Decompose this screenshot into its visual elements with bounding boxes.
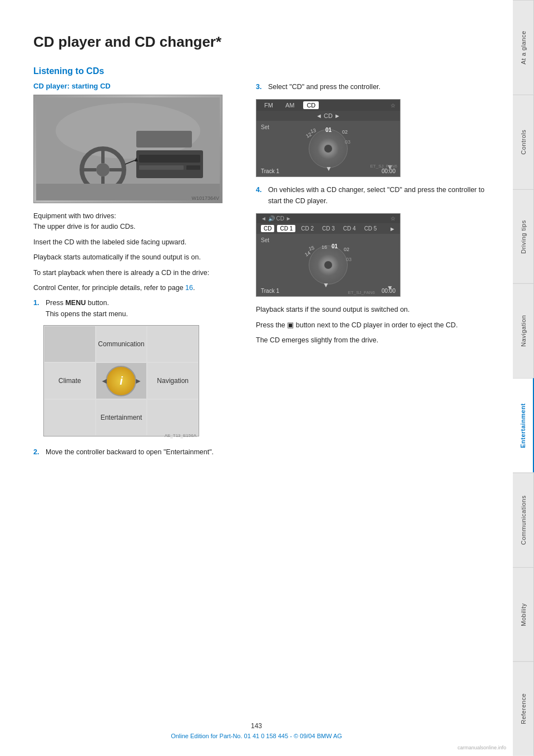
screen2-top-left: ◄ 🔊 CD ► bbox=[261, 215, 291, 222]
screen1-tab-cd: CD bbox=[303, 101, 319, 109]
screen1-track-info: Track 1 bbox=[261, 168, 279, 174]
sidebar-tab-controls[interactable]: Controls bbox=[513, 95, 534, 189]
screen2-container: ◄ 🔊 CD ► ☆ CD CD 1 CD 2 CD 3 CD 4 CD 5 ► bbox=[256, 213, 485, 297]
screen1-disc-area: 12 13 01 02 03 ▼ bbox=[306, 128, 350, 170]
svg-rect-15 bbox=[136, 131, 192, 148]
screen1-set-label: Set bbox=[261, 124, 269, 130]
screen1-top-bar: FM AM CD ☆ bbox=[256, 100, 400, 111]
screen1-disc bbox=[309, 129, 348, 168]
screen2-next-arrow: ► bbox=[389, 225, 395, 232]
step-1-sub: This opens the start menu. bbox=[46, 309, 239, 320]
menu-cell-empty-bl bbox=[44, 399, 96, 436]
menu-cell-empty-tl bbox=[44, 326, 96, 362]
main-content: CD player and CD changer* Listening to C… bbox=[0, 0, 513, 495]
body-para-emerge: The CD emerges slightly from the drive. bbox=[256, 335, 485, 346]
section-heading: Listening to CDs bbox=[33, 66, 485, 76]
menu-cell-empty-br bbox=[147, 399, 199, 436]
svg-rect-8 bbox=[136, 150, 203, 178]
screen2-track-02: 02 bbox=[344, 247, 349, 252]
menu-cell-entertainment: Entertainment bbox=[96, 399, 147, 436]
step-4-content: On vehicles with a CD changer, select "C… bbox=[268, 185, 485, 207]
screen2-image: ◄ 🔊 CD ► ☆ CD CD 1 CD 2 CD 3 CD 4 CD 5 ► bbox=[256, 213, 400, 297]
screen2-disc-center bbox=[324, 261, 332, 269]
step-1-content: Press MENU button. This opens the start … bbox=[46, 298, 239, 320]
screen1-image: FM AM CD ☆ ◄ CD ► Set bbox=[256, 99, 400, 177]
step-3-text: Select "CD" and press the controller. bbox=[268, 82, 485, 92]
screen1-container: FM AM CD ☆ ◄ CD ► Set bbox=[256, 99, 485, 177]
menu-cell-center: ◄ i ► bbox=[96, 362, 147, 399]
screen2-tab-cd1: CD 1 bbox=[277, 225, 295, 232]
sidebar-tab-at-a-glance[interactable]: At a glance bbox=[513, 0, 534, 95]
svg-point-3 bbox=[96, 163, 110, 176]
screen1-tab-fm: FM bbox=[261, 101, 276, 109]
right-column: 3. Select "CD" and press the controller.… bbox=[256, 82, 485, 462]
screen2-down-arrow: ▼ bbox=[323, 281, 329, 289]
screen2-top-right: ☆ bbox=[390, 215, 395, 222]
screen2-cd-tabs: CD CD 1 CD 2 CD 3 CD 4 CD 5 ► bbox=[256, 223, 400, 234]
screen1-cd-nav: ◄ CD ► bbox=[256, 111, 400, 121]
menu-arrow-right-icon: ► bbox=[134, 376, 142, 385]
step-1-number: 1. bbox=[33, 298, 42, 320]
screen1-down-arrow: ▼ bbox=[325, 165, 332, 173]
car-dashboard-image: W1017364V bbox=[33, 95, 222, 203]
body-para-start: To start playback when there is already … bbox=[33, 268, 239, 278]
svg-rect-10 bbox=[139, 165, 184, 170]
menu-screenshot: Communication Climate ◄ i bbox=[43, 325, 199, 436]
screen1-track-time: 00:00 bbox=[382, 168, 395, 174]
sub-heading: CD player: starting CD bbox=[33, 82, 239, 90]
sidebar-tab-mobility[interactable]: Mobility bbox=[513, 567, 534, 662]
menu-cell-empty-tr bbox=[147, 326, 199, 362]
screen2-tab-cd: CD bbox=[261, 225, 274, 232]
sidebar: At a glance Controls Driving tips Naviga… bbox=[513, 0, 534, 756]
menu-screenshot-container: Communication Climate ◄ i bbox=[43, 325, 199, 439]
screen2-img-code: ET_SJ_FAN6 bbox=[348, 290, 375, 295]
screen1-top-right: ☆ bbox=[390, 102, 395, 109]
screen2-set-label: Set bbox=[261, 237, 269, 243]
screen2-tab-cd4: CD 4 bbox=[340, 225, 359, 232]
screen2-track-16: 16 bbox=[322, 244, 327, 250]
body-para-control: Control Center, for principle details, r… bbox=[33, 283, 239, 293]
screen2-tab-cd3: CD 3 bbox=[319, 225, 338, 232]
menu-center-icon: i bbox=[120, 375, 123, 387]
menu-cell-climate: Climate bbox=[44, 362, 96, 399]
sidebar-tab-communications[interactable]: Communications bbox=[513, 473, 534, 567]
sidebar-tab-driving-tips[interactable]: Driving tips bbox=[513, 189, 534, 284]
body-para-equipment: Equipment with two drives: The upper dri… bbox=[33, 211, 239, 233]
step-4: 4. On vehicles with a CD changer, select… bbox=[256, 185, 485, 207]
step-1: 1. Press MENU button. This opens the sta… bbox=[33, 298, 239, 320]
step-2: 2. Move the controller backward to open … bbox=[33, 447, 239, 458]
disc-center-hole bbox=[324, 145, 332, 153]
menu-arrow-left-icon: ◄ bbox=[101, 376, 108, 385]
menu-cell-navigation: Navigation bbox=[147, 362, 199, 399]
step-2-content: Move the controller backward to open "En… bbox=[46, 447, 239, 458]
left-column: CD player: starting CD bbox=[33, 82, 239, 462]
svg-rect-11 bbox=[186, 165, 200, 170]
svg-rect-9 bbox=[139, 155, 200, 163]
step-3-content: Select "CD" and press the controller. bbox=[268, 82, 485, 92]
page-16-link[interactable]: 16 bbox=[185, 284, 193, 292]
sidebar-tab-entertainment[interactable]: Entertainment bbox=[513, 378, 534, 473]
screen2-tab-cd5: CD 5 bbox=[362, 225, 380, 232]
screen2-tab-cd2: CD 2 bbox=[298, 225, 317, 232]
step-4-number: 4. bbox=[256, 185, 265, 207]
footer-text: Online Edition for Part-No. 01 41 0 158 … bbox=[171, 733, 342, 739]
step-2-number: 2. bbox=[33, 447, 42, 458]
menu-img-code: AE_T13_E156A bbox=[165, 433, 196, 438]
menu-center-button: i bbox=[106, 366, 136, 396]
step-4-text: On vehicles with a CD changer, select "C… bbox=[268, 185, 485, 207]
car-dash-img-label: W1017364V bbox=[191, 195, 219, 201]
page-number: 143 bbox=[251, 722, 262, 730]
page-footer: 143 Online Edition for Part-No. 01 41 0 … bbox=[0, 722, 513, 739]
body-para-playback: Playback starts automatically if the sou… bbox=[33, 252, 239, 263]
screen1-tab-am: AM bbox=[282, 101, 298, 109]
track-num-03: 03 bbox=[345, 139, 350, 145]
screen2-track-info: Track 1 bbox=[261, 288, 279, 294]
sidebar-tab-navigation[interactable]: Navigation bbox=[513, 283, 534, 378]
menu-cell-communication: Communication bbox=[96, 326, 147, 362]
step-2-text: Move the controller backward to open "En… bbox=[46, 447, 239, 458]
car-dash-svg bbox=[36, 97, 220, 200]
step-1-text: Press MENU button. bbox=[46, 298, 239, 308]
track-num-02: 02 bbox=[342, 129, 348, 135]
sidebar-tab-reference[interactable]: Reference bbox=[513, 661, 534, 756]
screen2-track-01: 01 bbox=[332, 243, 338, 249]
